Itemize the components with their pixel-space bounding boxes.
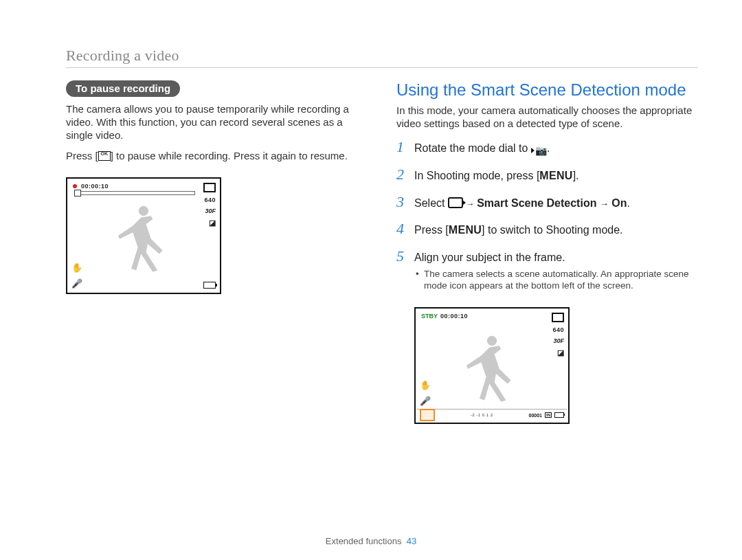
step-2-num: 2	[396, 164, 414, 185]
menu-key-2: MENU	[449, 224, 482, 236]
rule	[66, 67, 698, 68]
step-5-bullet: The camera selects a scene automatically…	[424, 268, 698, 292]
step-4: 4 Press [MENU] to switch to Shooting mod…	[396, 219, 698, 239]
lcd2-fps: 30F	[553, 337, 564, 344]
footer-label: Extended functions	[326, 536, 402, 546]
smart-scene-intro: In this mode, your camera automatically …	[396, 104, 698, 130]
right-column: Using the Smart Scene Detection mode In …	[396, 80, 698, 424]
ok-pause-icon	[98, 151, 111, 161]
lcd2-aspect-icon	[552, 313, 564, 322]
lcd1-progress-thumb	[74, 190, 81, 197]
step-5: 5 Align your subject in the frame. The c…	[396, 246, 698, 292]
lcd1-timecode: 00:00:10	[81, 183, 109, 190]
pause-paragraph-1: The camera allows you to pause temporari…	[66, 102, 368, 142]
video-mode-dial-icon: 📷	[531, 144, 547, 157]
step-3-mid: Smart Scene Detection	[477, 197, 600, 209]
arrow-icon-2: →	[600, 199, 609, 209]
lcd2-footer-strip: -2 -1 0 1 2 00001 IN	[417, 409, 567, 421]
pause-paragraph-2: Press [] to pause while recording. Press…	[66, 149, 368, 162]
lcd1-subject-silhouette	[102, 198, 185, 280]
step-4-num: 4	[396, 219, 414, 239]
left-column: To pause recording The camera allows you…	[66, 80, 368, 424]
page-number: 43	[407, 536, 416, 546]
lcd1-metering-icon: ◪	[209, 219, 216, 227]
step-2-post: ].	[573, 170, 579, 181]
lcd1-battery-icon	[203, 282, 216, 289]
smart-scene-steps: 1 Rotate the mode dial to 📷. 2 In Shooti…	[396, 137, 698, 291]
menu-key-1: MENU	[539, 170, 572, 181]
lcd1-fps: 30F	[205, 208, 216, 214]
lcd2-timecode: 00:00:10	[440, 313, 468, 320]
page-footer: Extended functions 43	[0, 536, 742, 546]
lcd2-metering-icon: ◪	[557, 348, 564, 357]
step-3-num: 3	[396, 192, 414, 212]
lcd2-subject-silhouette	[451, 328, 533, 410]
lcd1-progress-bar	[74, 191, 195, 195]
step-4-post: ] to switch to Shooting mode.	[482, 224, 622, 236]
step-3-post: .	[627, 197, 630, 209]
movie-menu-icon	[448, 197, 463, 208]
lcd-smartscene-preview: STBY 00:00:10 640 30F ◪ ✋ 🎤	[414, 307, 570, 424]
step-2-pre: In Shooting mode, press [	[414, 170, 539, 181]
step-4-pre: Press [	[414, 224, 449, 236]
pause-pill: To pause recording	[66, 80, 180, 97]
step-2: 2 In Shooting mode, press [MENU].	[396, 164, 698, 185]
lcd-recording-preview: 00:00:10 640 30F ◪ ✋ 🎤	[66, 177, 221, 294]
step-5-text: Align your subject in the frame.	[414, 251, 565, 263]
lcd2-ev-scale: -2 -1 0 1 2	[471, 414, 493, 417]
step-3: 3 Select → Smart Scene Detection → On.	[396, 192, 698, 212]
pause-para2-pre: Press [	[66, 150, 98, 161]
step-1-num: 1	[396, 137, 414, 157]
step-1-pre: Rotate the mode dial to	[414, 142, 531, 154]
step-1-post: .	[547, 142, 550, 154]
lcd2-mic-icon: 🎤	[420, 396, 431, 406]
lcd2-counter: 00001	[529, 413, 542, 418]
pause-para2-post: ] to pause while recording. Press it aga…	[111, 150, 348, 161]
lcd1-aspect-icon	[203, 183, 216, 192]
lcd1-mic-icon: 🎤	[71, 278, 82, 289]
lcd2-res: 640	[552, 326, 564, 333]
smart-scene-badge-icon	[420, 409, 435, 421]
lcd2-stby: STBY	[421, 313, 438, 320]
smart-scene-heading: Using the Smart Scene Detection mode	[396, 80, 698, 100]
step-3-pre: Select	[414, 197, 448, 209]
lcd2-stabilizer-icon: ✋	[420, 380, 431, 390]
step-3-on: On	[609, 197, 627, 209]
lcd1-stabilizer-icon: ✋	[71, 262, 82, 273]
lcd2-battery-icon	[554, 412, 564, 418]
lcd2-storage-in: IN	[545, 412, 552, 418]
section-title: Recording a video	[66, 47, 698, 65]
rec-dot-icon	[73, 184, 77, 188]
step-1: 1 Rotate the mode dial to 📷.	[396, 137, 698, 157]
step-5-num: 5	[396, 246, 414, 267]
lcd1-res: 640	[204, 197, 216, 203]
